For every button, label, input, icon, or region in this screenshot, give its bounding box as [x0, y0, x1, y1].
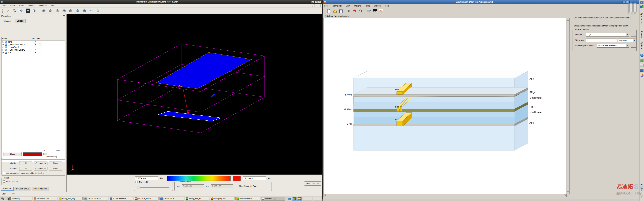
- save-icon[interactable]: [339, 9, 343, 13]
- resize-grip[interactable]: [567, 195, 569, 197]
- view-cube-bottom-icon[interactable]: [75, 8, 80, 13]
- view-cube-top-icon[interactable]: [68, 8, 73, 13]
- vis-checkbox[interactable]: [34, 49, 36, 51]
- close-applet-icon[interactable]: ✕: [640, 1, 644, 4]
- bounding-area-combobox[interactable]: <inherit from substrate> ▼: [597, 44, 629, 48]
- shd-checkbox[interactable]: [39, 52, 42, 54]
- web-browser-icon[interactable]: [640, 54, 644, 57]
- mesh-visible-checkbox[interactable]: [3, 180, 5, 183]
- momentum-3d-viewport[interactable]: Port 1: [66, 14, 322, 175]
- scroll-left-icon[interactable]: ◀: [324, 194, 326, 197]
- maximize-icon[interactable]: ❐: [626, 1, 629, 3]
- maximize-icon[interactable]: □: [315, 1, 318, 3]
- taskbar-ads[interactable]: Advanced Des...: [33, 197, 57, 201]
- material-browse-button[interactable]: ...: [631, 33, 636, 36]
- transparency-slider-handle[interactable]: [44, 153, 47, 155]
- global-min-input[interactable]: [182, 185, 204, 188]
- vertical-scrollbar[interactable]: ▲ ▼: [567, 18, 570, 194]
- col-shd[interactable]: Shd: [36, 37, 42, 40]
- chevron-down-icon[interactable]: ▼: [633, 39, 636, 42]
- menu-system[interactable]: System: [640, 41, 643, 49]
- chart-applet-icon[interactable]: [640, 74, 644, 77]
- substrate-editor-icon[interactable]: [366, 9, 371, 13]
- menu-tools[interactable]: Tools: [365, 5, 370, 7]
- view-cube-front-icon[interactable]: [42, 8, 46, 13]
- zoom-window-icon[interactable]: [32, 8, 37, 13]
- cond-label[interactable]: cond: [395, 88, 400, 91]
- quicklaunch-folder-icon[interactable]: [287, 197, 292, 201]
- documents-icon[interactable]: [640, 64, 644, 67]
- menu-file[interactable]: File: [3, 4, 6, 7]
- menu-view[interactable]: View: [346, 5, 350, 7]
- shd-checkbox[interactable]: [39, 43, 42, 46]
- taskbar-job-1[interactable]: [EEsof Job M17...: [109, 197, 133, 201]
- bounding-browse-button[interactable]: ...: [631, 44, 636, 48]
- list-item[interactable]: __SubstrateLayer2: [2, 43, 65, 46]
- speaker-icon[interactable]: 🔊: [640, 195, 643, 198]
- toolbar-handle[interactable]: [324, 9, 325, 13]
- expander-icon[interactable]: [2, 49, 4, 51]
- toolbar-handle[interactable]: [2, 9, 3, 13]
- thickness-input[interactable]: [586, 38, 617, 42]
- list-item[interactable]: pc1: [2, 51, 65, 54]
- zoom-in-icon[interactable]: [353, 9, 357, 13]
- color-button[interactable]: Color: [4, 152, 22, 156]
- taskbar-momentum[interactable]: Momentum Vis...: [236, 197, 260, 201]
- image-viewer-icon[interactable]: [640, 59, 644, 62]
- mdi-restore-icon[interactable]: ❐: [314, 4, 317, 7]
- move-icon[interactable]: ✥: [19, 8, 24, 13]
- horizontal-scrollbar[interactable]: ◀ ▶: [324, 194, 567, 197]
- show-desktop-icon[interactable]: [1, 197, 4, 200]
- taskbar-layout[interactable]: Using_Slot_Lay...: [58, 197, 82, 201]
- close-icon[interactable]: ✕: [318, 1, 321, 3]
- list-item[interactable]: __SubstrateLayer1: [2, 49, 65, 51]
- scroll-down-icon[interactable]: ▼: [567, 192, 569, 194]
- crosshair-icon[interactable]: [89, 8, 93, 13]
- menu-options[interactable]: Options: [28, 4, 35, 7]
- substrate-canvas[interactable]: 78.7402 39.3701 0 mil cond hole pc1 AIR …: [324, 18, 567, 194]
- visible-none-button[interactable]: None: [49, 161, 62, 165]
- left-titlebar[interactable]: Momentum Visualization(Using_Slot_Layer)…: [0, 0, 322, 4]
- layer-label-fr4-1[interactable]: FR_4: [530, 91, 536, 94]
- expander-icon[interactable]: [2, 52, 4, 53]
- visible-all-button[interactable]: All: [19, 161, 32, 165]
- app-launcher-icon[interactable]: [640, 5, 644, 8]
- taskbar-terminal[interactable]: [Terminal]: [8, 197, 32, 201]
- quicklaunch-substrate-icon[interactable]: [297, 197, 302, 201]
- menu-places[interactable]: Places: [640, 31, 643, 38]
- menu-tools[interactable]: Tools: [19, 4, 24, 7]
- menu-options[interactable]: Options: [354, 5, 361, 7]
- tab-solution-setup[interactable]: Solution Setup: [14, 187, 31, 191]
- view-cube-right-icon[interactable]: [62, 8, 66, 13]
- chevron-down-icon[interactable]: ▼: [626, 44, 629, 47]
- monitor-icon[interactable]: [640, 69, 644, 72]
- right-titlebar[interactable]: substrate1 [ACMSP_lib] * (Substrate):4 ▁…: [323, 0, 639, 4]
- hole-label[interactable]: hole: [395, 106, 400, 108]
- chevron-down-icon[interactable]: ▼: [626, 33, 629, 36]
- rotate-icon[interactable]: ↺: [6, 8, 10, 13]
- new-document-icon[interactable]: [327, 9, 331, 13]
- threshold-checkbox[interactable]: [135, 181, 138, 184]
- hide-color-key-button[interactable]: Hide Color Key: [304, 182, 321, 186]
- var-variables-icon[interactable]: 0110 VAR: [379, 9, 383, 13]
- use-transparency-checkbox[interactable]: [3, 172, 5, 174]
- pc1-label[interactable]: pc1: [395, 118, 399, 120]
- shaded-all-button[interactable]: All: [19, 167, 32, 171]
- menu-view[interactable]: View: [10, 4, 14, 7]
- taskbar-substrate[interactable]: substrate1 [AC...: [261, 197, 285, 201]
- list-item[interactable]: __Interface1: [2, 46, 65, 49]
- menu-window[interactable]: Window: [40, 4, 46, 7]
- layer-label-fr4-2[interactable]: FR_4: [530, 105, 536, 108]
- menu-file[interactable]: File: [324, 5, 328, 7]
- mdi-minimize-icon[interactable]: ▁: [311, 4, 314, 7]
- clock[interactable]: 3:15 PM: [640, 184, 643, 191]
- use-global-minmax-button[interactable]: Use Global Min/Max: [235, 184, 262, 188]
- layer-label-air-top[interactable]: AIR: [530, 77, 534, 80]
- shd-checkbox[interactable]: [39, 46, 42, 48]
- pan-icon[interactable]: ✥: [347, 9, 351, 13]
- col-vis[interactable]: Vis: [31, 37, 36, 40]
- taskbar-job-manager[interactable]: ⚙ [EEsof Job Man...: [84, 197, 108, 201]
- vis-checkbox[interactable]: [34, 52, 36, 54]
- minimize-icon[interactable]: ▁: [312, 1, 314, 3]
- menu-applications[interactable]: Applications: [640, 13, 643, 24]
